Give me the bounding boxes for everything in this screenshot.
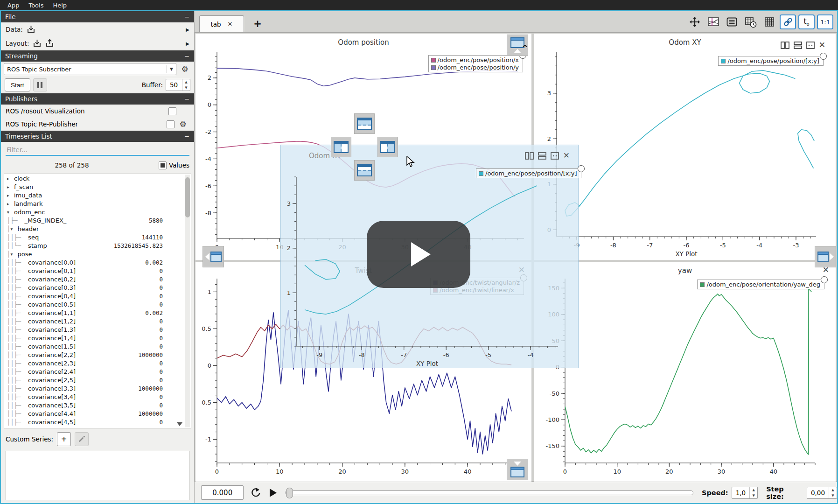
tree-item-header[interactable]: │▾header [4, 224, 191, 233]
legend-toggle-button[interactable] [724, 14, 740, 29]
split-horizontal-icon[interactable] [525, 152, 534, 160]
tree-item-covariance[4,4][interactable]: ││├─covariance[4,4]1000000 [4, 409, 191, 418]
tree-item-stamp[interactable]: ││└─stamp1532618545.823 [4, 241, 191, 250]
streaming-source-select[interactable]: ROS Topic Subscriber ▼ [4, 63, 176, 75]
section-header-timeseries[interactable]: Timeseries List − [1, 131, 194, 142]
tree-item-covariance[2,2][interactable]: ││├─covariance[2,2]1000000 [4, 350, 191, 359]
republisher-checkbox[interactable] [167, 120, 175, 128]
tree-item-imu_data[interactable]: ▸imu_data [4, 191, 191, 199]
tab-active[interactable]: tab ✕ [199, 15, 244, 32]
legend-odom-xy[interactable]: /odom_enc/pose/position/[x;y] [718, 56, 824, 66]
spin-up-icon[interactable]: ▲ [829, 487, 837, 493]
dock-indicator-bottom[interactable] [507, 459, 528, 480]
t0-button[interactable]: to [798, 14, 815, 29]
section-header-publishers[interactable]: Publishers − [1, 93, 194, 105]
legend-entry[interactable]: /odom_enc/pose/position/[x;y] [721, 57, 819, 64]
legend-entry[interactable]: /odom_enc/pose/position/[x;y] [479, 170, 577, 177]
tree-item-landmark[interactable]: ▸landmark [4, 199, 191, 208]
odom-xy-chart[interactable]: -9-8-7-6-5-4-33210XY Plot [534, 34, 836, 260]
tree-item-covariance[3,3][interactable]: ││├─covariance[3,3]1000000 [4, 384, 191, 392]
ratio-1-1-button[interactable]: 1:1 [817, 14, 833, 29]
tree-item-covariance[1,4][interactable]: ││├─covariance[1,4]0 [4, 334, 191, 342]
buffer-spinbox[interactable]: 50 ▲▼ [166, 79, 190, 91]
dock-indicator-left[interactable] [203, 246, 224, 267]
tree-item-pose[interactable]: │▾pose [4, 250, 191, 258]
custom-series-list[interactable] [6, 451, 189, 500]
tree-item-f_scan[interactable]: ▸f_scan [4, 182, 191, 191]
tree-item-_MSG_INDEX_[interactable]: │├─_MSG_INDEX_5880 [4, 216, 191, 224]
streaming-gear-icon[interactable]: ⚙ [178, 63, 191, 75]
tree-item-odom_enc[interactable]: ▾odom_enc [4, 208, 191, 216]
timeline-slider[interactable] [285, 490, 693, 495]
grid-layout-button[interactable] [761, 14, 777, 29]
tree-item-covariance[3,5][interactable]: ││├─covariance[3,5]0 [4, 401, 191, 409]
data-menu-chevron-icon[interactable]: ▶ [186, 27, 189, 32]
tree-item-covariance[4,5][interactable]: ││├─covariance[4,5]0 [4, 418, 191, 426]
move-tool-button[interactable] [686, 14, 703, 29]
load-data-icon[interactable] [27, 25, 35, 34]
yaw-chart[interactable]: 010203040150100500-50-100-150 [534, 262, 836, 482]
menu-tools[interactable]: Tools [24, 2, 48, 9]
republisher-gear-icon[interactable]: ⚙ [176, 118, 189, 130]
layout-menu-chevron-icon[interactable]: ▶ [186, 41, 189, 46]
legend-entry[interactable]: /odom_enc/pose/orientation/yaw_deg [700, 281, 820, 288]
legend-yaw[interactable]: /odom_enc/pose/orientation/yaw_deg [697, 280, 824, 289]
spin-down-icon[interactable]: ▼ [750, 493, 757, 498]
legend-entry[interactable]: /odom_enc/pose/position/y [431, 64, 519, 71]
edit-custom-series-button[interactable] [75, 432, 89, 446]
speed-spinbox[interactable]: 1,0 ▲▼ [732, 487, 758, 499]
filter-input[interactable] [6, 145, 189, 156]
plot-odom-xy[interactable]: -9-8-7-6-5-4-33210XY Plot Odom XY ✕ /odo… [534, 34, 836, 260]
slider-handle[interactable] [286, 488, 293, 498]
save-layout-icon[interactable] [45, 39, 54, 48]
start-button[interactable]: Start [5, 78, 30, 91]
section-header-streaming[interactable]: Streaming − [1, 50, 194, 62]
play-button[interactable] [268, 487, 278, 498]
load-layout-icon[interactable] [33, 39, 42, 48]
tracker-tool-button[interactable] [705, 14, 721, 29]
split-vertical-icon[interactable] [794, 42, 802, 49]
spin-up-icon[interactable]: ▲ [750, 487, 757, 493]
tree-item-covariance[0,2][interactable]: ││├─covariance[0,2]0 [4, 275, 191, 283]
split-vertical-icon[interactable] [538, 152, 546, 160]
tree-item-covariance[1,5][interactable]: ││├─covariance[1,5]0 [4, 342, 191, 350]
dock-split-top[interactable] [354, 113, 375, 134]
rosout-checkbox[interactable] [168, 107, 176, 115]
link-ranges-button[interactable] [780, 14, 796, 29]
pause-button[interactable] [33, 78, 47, 91]
menu-app[interactable]: App [3, 2, 24, 9]
step-size-spinbox[interactable]: 0,00 ▲▼ [807, 487, 837, 499]
fullscreen-icon[interactable] [806, 42, 815, 49]
tree-item-covariance[0,0][interactable]: ││├─covariance[0,0]0.002 [4, 258, 191, 266]
tree-item-covariance[3,4][interactable]: ││├─covariance[3,4]0 [4, 392, 191, 401]
legend-odom-position[interactable]: /odom_enc/pose/position/x/odom_enc/pose/… [428, 55, 523, 72]
tree-item-covariance[0,4][interactable]: ││├─covariance[0,4]0 [4, 292, 191, 300]
spin-down-icon[interactable]: ▼ [829, 493, 837, 498]
tree-item-covariance[2,4][interactable]: ││├─covariance[2,4]0 [4, 367, 191, 376]
tree-item-clock[interactable]: ▸clock [4, 174, 191, 182]
fullscreen-icon[interactable] [551, 152, 559, 160]
legend-entry[interactable]: /odom_enc/pose/position/x [431, 56, 519, 63]
tree-item-covariance[1,2][interactable]: ││├─covariance[1,2]0 [4, 317, 191, 325]
tree-item-covariance[1,3][interactable]: ││├─covariance[1,3]0 [4, 325, 191, 334]
section-header-file[interactable]: File − [1, 11, 194, 22]
tree-item-covariance[0,3][interactable]: ││├─covariance[0,3]0 [4, 283, 191, 292]
dock-split-left[interactable] [331, 137, 351, 157]
tree-scrollbar[interactable] [185, 175, 190, 427]
video-play-button[interactable] [367, 221, 470, 288]
tree-item-seq[interactable]: ││├─seq144110 [4, 233, 191, 241]
loop-button[interactable] [250, 487, 262, 499]
menu-help[interactable]: Help [48, 2, 71, 9]
tree-item-covariance[2,5][interactable]: ││├─covariance[2,5]0 [4, 376, 191, 384]
values-checkbox[interactable] [159, 161, 167, 169]
close-plot-icon[interactable]: ✕ [819, 41, 825, 49]
dock-split-bottom[interactable] [354, 160, 375, 181]
time-display[interactable]: 0.000 [201, 485, 244, 500]
tab-close-icon[interactable]: ✕ [228, 21, 233, 28]
spin-up-icon[interactable]: ▲ [182, 79, 190, 85]
spin-down-icon[interactable]: ▼ [182, 85, 190, 91]
tree-item-covariance[0,1][interactable]: ││├─covariance[0,1]0 [4, 266, 191, 275]
plot-yaw[interactable]: 010203040150100500-50-100-150 yaw ✕ /odo… [534, 262, 836, 482]
tree-item-covariance[2,3][interactable]: ││├─covariance[2,3]0 [4, 359, 191, 367]
close-plot-icon[interactable]: ✕ [563, 152, 570, 160]
